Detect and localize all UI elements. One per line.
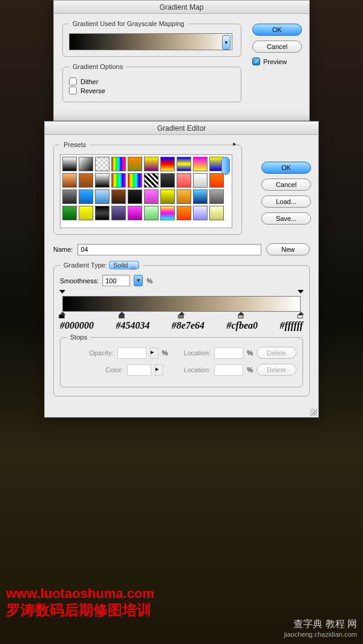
location-label: Location:: [184, 349, 211, 356]
gradient-type-select[interactable]: Solid: [109, 261, 139, 269]
opacity-input: [117, 347, 146, 359]
preset-swatch[interactable]: [193, 157, 208, 171]
preset-swatch[interactable]: [193, 173, 208, 188]
color-stop[interactable]: [59, 312, 66, 318]
preset-swatch[interactable]: [193, 189, 208, 204]
delete-opacity-stop-button: Delete: [257, 347, 296, 359]
cancel-button[interactable]: Cancel: [261, 179, 311, 191]
preset-swatch[interactable]: [177, 173, 191, 188]
preset-swatch[interactable]: [111, 206, 126, 220]
preset-swatch[interactable]: [79, 206, 93, 220]
opacity-stop[interactable]: [298, 290, 304, 296]
presets-grid: [60, 154, 232, 228]
percent-label: %: [162, 349, 168, 356]
stop-hex-label: #000000: [60, 320, 94, 331]
gradient-used-fieldset: Gradient Used for Grayscale Mapping ▼: [62, 20, 241, 57]
preset-swatch[interactable]: [160, 173, 175, 188]
preset-swatch[interactable]: [128, 157, 142, 171]
gradient-editor-title: Gradient Editor: [45, 122, 318, 135]
load-button[interactable]: Load...: [261, 196, 311, 208]
preset-swatch[interactable]: [111, 173, 126, 188]
preset-swatch[interactable]: [177, 157, 191, 171]
preset-swatch[interactable]: [79, 173, 93, 188]
color-stop[interactable]: [119, 312, 125, 318]
preset-swatch[interactable]: [193, 206, 208, 220]
preset-swatch[interactable]: [62, 173, 77, 188]
stop-hex-labels: #000000#454034#8e7e64#cfbea0#ffffff: [60, 320, 303, 331]
preset-swatch[interactable]: [160, 189, 175, 204]
smoothness-input[interactable]: [102, 275, 130, 286]
new-button[interactable]: New: [266, 243, 310, 255]
gradient-map-title: Gradient Map: [54, 1, 309, 14]
presets-legend: Presets: [60, 141, 90, 148]
opacity-stop[interactable]: [59, 290, 65, 296]
color-location-input: [214, 364, 243, 376]
preset-swatch[interactable]: [160, 157, 175, 171]
preset-swatch[interactable]: [62, 189, 77, 204]
cancel-button[interactable]: Cancel: [252, 41, 302, 53]
percent-label: %: [146, 277, 152, 284]
preset-swatch[interactable]: [144, 189, 159, 204]
scroll-thumb[interactable]: [221, 157, 230, 175]
watermark-cn: 罗涛数码后期修图培训: [6, 600, 151, 620]
preset-swatch[interactable]: [111, 157, 126, 171]
preset-swatch[interactable]: [144, 173, 159, 188]
preset-swatch[interactable]: [95, 173, 110, 188]
preset-swatch[interactable]: [79, 157, 93, 171]
gradient-type-fieldset: Gradient Type: Solid Smoothness: ▼ % #00…: [53, 261, 310, 396]
ok-button[interactable]: OK: [252, 24, 302, 36]
gradient-preview-dropdown[interactable]: ▼: [222, 35, 231, 50]
ok-button[interactable]: OK: [261, 162, 311, 174]
preset-swatch[interactable]: [95, 206, 110, 220]
color-stop[interactable]: [178, 312, 185, 318]
gradient-bar[interactable]: [62, 296, 301, 312]
delete-color-stop-button: Delete: [257, 364, 296, 376]
preview-checkbox[interactable]: ✓: [252, 58, 260, 65]
gradient-used-legend: Gradient Used for Grayscale Mapping: [69, 20, 188, 27]
preset-swatch[interactable]: [160, 206, 175, 220]
percent-label: %: [247, 349, 253, 356]
watermark-brand-text: 查字典 教程 网: [284, 618, 357, 631]
preset-swatch[interactable]: [128, 189, 142, 204]
color-stop[interactable]: [298, 312, 304, 318]
dither-checkbox[interactable]: [69, 77, 77, 85]
presets-flyout-icon[interactable]: ▸: [233, 140, 243, 147]
preset-swatch[interactable]: [128, 206, 142, 220]
preset-swatch[interactable]: [79, 189, 93, 204]
presets-fieldset: Presets ▸: [53, 141, 242, 235]
save-button[interactable]: Save...: [261, 212, 311, 225]
color-stop[interactable]: [238, 312, 244, 318]
smoothness-dropdown[interactable]: ▼: [134, 275, 143, 286]
color-dropdown: ▸: [155, 364, 163, 376]
preset-swatch[interactable]: [144, 206, 159, 220]
stops-fieldset: Stops Opacity: ▸ % Location: % Delete Co…: [60, 334, 303, 387]
preset-swatch[interactable]: [128, 173, 142, 188]
gradient-type-legend: Gradient Type: Solid: [60, 261, 143, 269]
gradient-options-legend: Gradient Options: [69, 63, 126, 70]
resize-grip-icon[interactable]: [310, 409, 317, 416]
preset-swatch[interactable]: [144, 157, 159, 171]
preset-swatch[interactable]: [177, 206, 191, 220]
opacity-label: Opacity:: [89, 349, 113, 356]
color-label: Color:: [105, 366, 123, 373]
preset-swatch[interactable]: [177, 189, 191, 204]
watermark-brand-sub: jiaocheng.chazidian.com: [284, 631, 357, 638]
gradient-map-dialog: Gradient Map Gradient Used for Grayscale…: [53, 0, 310, 121]
preset-swatch[interactable]: [62, 206, 77, 220]
opacity-location-input: [214, 347, 243, 359]
gradient-map-preview[interactable]: ▼: [69, 33, 232, 50]
watermark-brand: 查字典 教程 网 jiaocheng.chazidian.com: [284, 618, 357, 638]
stops-legend: Stops: [67, 334, 91, 341]
preset-swatch[interactable]: [62, 157, 77, 171]
presets-scrollbar[interactable]: [221, 157, 230, 214]
stop-hex-label: #8e7e64: [172, 320, 204, 331]
name-label: Name:: [53, 246, 73, 253]
preset-swatch[interactable]: [95, 157, 110, 171]
name-input[interactable]: [77, 244, 261, 255]
opacity-dropdown: ▸: [150, 347, 159, 359]
reverse-checkbox[interactable]: [69, 87, 77, 94]
preset-swatch[interactable]: [95, 189, 110, 204]
gradient-bar-container: [62, 296, 301, 312]
preset-swatch[interactable]: [111, 189, 126, 204]
gradient-type-label: Gradient Type:: [64, 261, 107, 269]
